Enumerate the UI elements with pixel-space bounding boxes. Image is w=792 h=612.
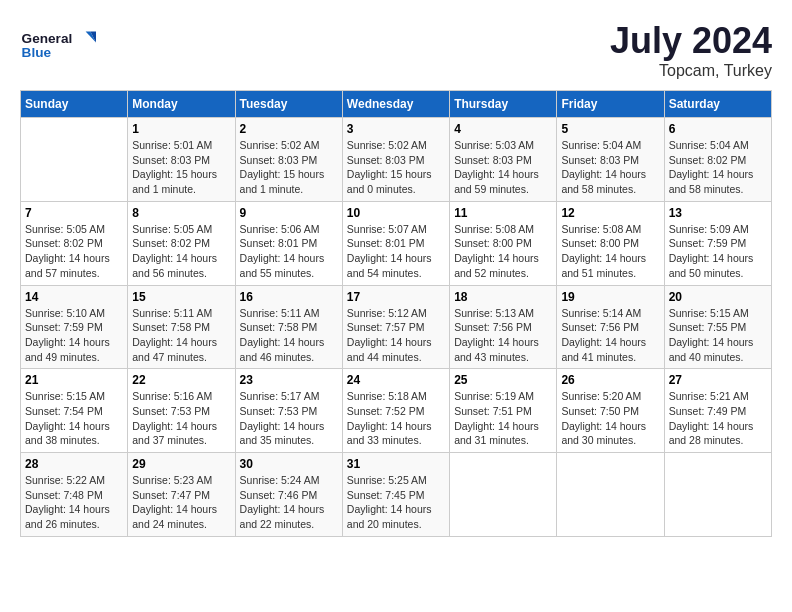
day-info: Sunrise: 5:15 AMSunset: 7:54 PMDaylight:… (25, 389, 123, 448)
calendar-cell: 5Sunrise: 5:04 AMSunset: 8:03 PMDaylight… (557, 118, 664, 202)
day-info: Sunrise: 5:03 AMSunset: 8:03 PMDaylight:… (454, 138, 552, 197)
calendar-week-row: 28Sunrise: 5:22 AMSunset: 7:48 PMDayligh… (21, 453, 772, 537)
day-number: 8 (132, 206, 230, 220)
calendar-col-header: Monday (128, 91, 235, 118)
calendar-col-header: Tuesday (235, 91, 342, 118)
day-number: 18 (454, 290, 552, 304)
calendar-cell: 20Sunrise: 5:15 AMSunset: 7:55 PMDayligh… (664, 285, 771, 369)
calendar-col-header: Friday (557, 91, 664, 118)
day-info: Sunrise: 5:17 AMSunset: 7:53 PMDaylight:… (240, 389, 338, 448)
day-number: 2 (240, 122, 338, 136)
day-info: Sunrise: 5:10 AMSunset: 7:59 PMDaylight:… (25, 306, 123, 365)
day-number: 12 (561, 206, 659, 220)
calendar-cell: 16Sunrise: 5:11 AMSunset: 7:58 PMDayligh… (235, 285, 342, 369)
day-info: Sunrise: 5:13 AMSunset: 7:56 PMDaylight:… (454, 306, 552, 365)
day-number: 14 (25, 290, 123, 304)
calendar-week-row: 14Sunrise: 5:10 AMSunset: 7:59 PMDayligh… (21, 285, 772, 369)
day-number: 11 (454, 206, 552, 220)
calendar-cell: 11Sunrise: 5:08 AMSunset: 8:00 PMDayligh… (450, 201, 557, 285)
calendar-cell: 3Sunrise: 5:02 AMSunset: 8:03 PMDaylight… (342, 118, 449, 202)
logo: General Blue (20, 20, 100, 70)
day-number: 19 (561, 290, 659, 304)
day-info: Sunrise: 5:07 AMSunset: 8:01 PMDaylight:… (347, 222, 445, 281)
day-info: Sunrise: 5:11 AMSunset: 7:58 PMDaylight:… (132, 306, 230, 365)
month-title: July 2024 (610, 20, 772, 62)
day-info: Sunrise: 5:11 AMSunset: 7:58 PMDaylight:… (240, 306, 338, 365)
day-number: 28 (25, 457, 123, 471)
day-number: 25 (454, 373, 552, 387)
calendar-cell: 27Sunrise: 5:21 AMSunset: 7:49 PMDayligh… (664, 369, 771, 453)
day-number: 24 (347, 373, 445, 387)
day-number: 3 (347, 122, 445, 136)
calendar-table: SundayMondayTuesdayWednesdayThursdayFrid… (20, 90, 772, 537)
calendar-col-header: Wednesday (342, 91, 449, 118)
day-info: Sunrise: 5:21 AMSunset: 7:49 PMDaylight:… (669, 389, 767, 448)
day-number: 27 (669, 373, 767, 387)
day-info: Sunrise: 5:08 AMSunset: 8:00 PMDaylight:… (561, 222, 659, 281)
day-info: Sunrise: 5:12 AMSunset: 7:57 PMDaylight:… (347, 306, 445, 365)
day-number: 17 (347, 290, 445, 304)
page-header: General Blue July 2024 Topcam, Turkey (20, 20, 772, 80)
day-number: 20 (669, 290, 767, 304)
day-info: Sunrise: 5:09 AMSunset: 7:59 PMDaylight:… (669, 222, 767, 281)
day-info: Sunrise: 5:18 AMSunset: 7:52 PMDaylight:… (347, 389, 445, 448)
calendar-cell: 7Sunrise: 5:05 AMSunset: 8:02 PMDaylight… (21, 201, 128, 285)
calendar-cell (557, 453, 664, 537)
calendar-cell: 31Sunrise: 5:25 AMSunset: 7:45 PMDayligh… (342, 453, 449, 537)
day-number: 15 (132, 290, 230, 304)
day-info: Sunrise: 5:15 AMSunset: 7:55 PMDaylight:… (669, 306, 767, 365)
day-info: Sunrise: 5:25 AMSunset: 7:45 PMDaylight:… (347, 473, 445, 532)
day-info: Sunrise: 5:20 AMSunset: 7:50 PMDaylight:… (561, 389, 659, 448)
day-info: Sunrise: 5:04 AMSunset: 8:02 PMDaylight:… (669, 138, 767, 197)
day-info: Sunrise: 5:22 AMSunset: 7:48 PMDaylight:… (25, 473, 123, 532)
svg-text:General: General (22, 31, 73, 46)
calendar-cell: 22Sunrise: 5:16 AMSunset: 7:53 PMDayligh… (128, 369, 235, 453)
day-number: 9 (240, 206, 338, 220)
calendar-cell: 21Sunrise: 5:15 AMSunset: 7:54 PMDayligh… (21, 369, 128, 453)
calendar-cell: 19Sunrise: 5:14 AMSunset: 7:56 PMDayligh… (557, 285, 664, 369)
calendar-week-row: 21Sunrise: 5:15 AMSunset: 7:54 PMDayligh… (21, 369, 772, 453)
day-number: 5 (561, 122, 659, 136)
calendar-col-header: Saturday (664, 91, 771, 118)
day-info: Sunrise: 5:04 AMSunset: 8:03 PMDaylight:… (561, 138, 659, 197)
day-number: 13 (669, 206, 767, 220)
title-block: July 2024 Topcam, Turkey (610, 20, 772, 80)
svg-text:Blue: Blue (22, 45, 52, 60)
calendar-week-row: 1Sunrise: 5:01 AMSunset: 8:03 PMDaylight… (21, 118, 772, 202)
calendar-cell: 8Sunrise: 5:05 AMSunset: 8:02 PMDaylight… (128, 201, 235, 285)
day-number: 4 (454, 122, 552, 136)
day-number: 23 (240, 373, 338, 387)
day-number: 26 (561, 373, 659, 387)
day-number: 16 (240, 290, 338, 304)
calendar-cell: 1Sunrise: 5:01 AMSunset: 8:03 PMDaylight… (128, 118, 235, 202)
calendar-cell: 26Sunrise: 5:20 AMSunset: 7:50 PMDayligh… (557, 369, 664, 453)
calendar-cell: 23Sunrise: 5:17 AMSunset: 7:53 PMDayligh… (235, 369, 342, 453)
day-number: 7 (25, 206, 123, 220)
day-info: Sunrise: 5:05 AMSunset: 8:02 PMDaylight:… (25, 222, 123, 281)
calendar-cell: 28Sunrise: 5:22 AMSunset: 7:48 PMDayligh… (21, 453, 128, 537)
calendar-cell: 6Sunrise: 5:04 AMSunset: 8:02 PMDaylight… (664, 118, 771, 202)
day-info: Sunrise: 5:19 AMSunset: 7:51 PMDaylight:… (454, 389, 552, 448)
calendar-cell: 14Sunrise: 5:10 AMSunset: 7:59 PMDayligh… (21, 285, 128, 369)
calendar-cell: 25Sunrise: 5:19 AMSunset: 7:51 PMDayligh… (450, 369, 557, 453)
day-info: Sunrise: 5:14 AMSunset: 7:56 PMDaylight:… (561, 306, 659, 365)
day-info: Sunrise: 5:02 AMSunset: 8:03 PMDaylight:… (347, 138, 445, 197)
calendar-cell: 13Sunrise: 5:09 AMSunset: 7:59 PMDayligh… (664, 201, 771, 285)
logo-svg: General Blue (20, 20, 100, 70)
day-number: 29 (132, 457, 230, 471)
calendar-header-row: SundayMondayTuesdayWednesdayThursdayFrid… (21, 91, 772, 118)
calendar-cell: 24Sunrise: 5:18 AMSunset: 7:52 PMDayligh… (342, 369, 449, 453)
calendar-cell: 29Sunrise: 5:23 AMSunset: 7:47 PMDayligh… (128, 453, 235, 537)
calendar-cell: 9Sunrise: 5:06 AMSunset: 8:01 PMDaylight… (235, 201, 342, 285)
calendar-week-row: 7Sunrise: 5:05 AMSunset: 8:02 PMDaylight… (21, 201, 772, 285)
calendar-cell (21, 118, 128, 202)
day-number: 22 (132, 373, 230, 387)
calendar-cell: 15Sunrise: 5:11 AMSunset: 7:58 PMDayligh… (128, 285, 235, 369)
day-info: Sunrise: 5:08 AMSunset: 8:00 PMDaylight:… (454, 222, 552, 281)
day-info: Sunrise: 5:16 AMSunset: 7:53 PMDaylight:… (132, 389, 230, 448)
calendar-cell: 2Sunrise: 5:02 AMSunset: 8:03 PMDaylight… (235, 118, 342, 202)
calendar-cell: 12Sunrise: 5:08 AMSunset: 8:00 PMDayligh… (557, 201, 664, 285)
calendar-cell (664, 453, 771, 537)
day-number: 31 (347, 457, 445, 471)
day-info: Sunrise: 5:01 AMSunset: 8:03 PMDaylight:… (132, 138, 230, 197)
